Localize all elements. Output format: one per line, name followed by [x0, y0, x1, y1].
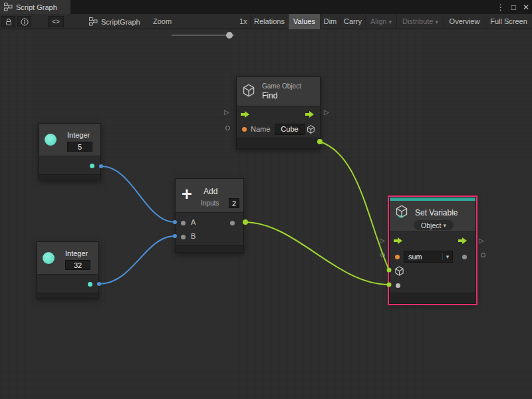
window-menu-icon[interactable]: ⋮: [497, 3, 505, 12]
node-header[interactable]: + Add Inputs 2: [176, 179, 243, 212]
graph-toolbar: <> ScriptGraph Zoom 1x Relations Values …: [0, 14, 532, 29]
node-title: Set Variable: [415, 208, 458, 217]
flow-output-icon[interactable]: [458, 237, 467, 244]
chevron-down-icon: ▾: [443, 222, 446, 229]
node-add[interactable]: + Add Inputs 2 A B: [175, 178, 244, 253]
zoom-label: Zoom: [153, 17, 172, 25]
setvar-name-ring[interactable]: [380, 253, 385, 257]
code-icon: <>: [52, 18, 60, 25]
variable-name: sum: [404, 253, 442, 261]
node-header[interactable]: Integer 5: [39, 124, 100, 156]
distribute-label: Distribute: [402, 17, 433, 25]
zoom-slider-handle[interactable]: [226, 32, 233, 39]
node-header[interactable]: Game Object Find: [237, 77, 320, 106]
setvar-flow-out-triangle[interactable]: ▷: [479, 237, 484, 245]
carry-button[interactable]: Carry: [340, 14, 365, 29]
new-value-input-port[interactable]: [396, 283, 400, 288]
integer-type-icon: [43, 252, 55, 264]
node-title: Find: [262, 91, 277, 100]
object-input-port-icon[interactable]: [394, 266, 404, 276]
node-header[interactable]: Integer 32: [37, 242, 98, 274]
window-titlebar: Script Graph ⋮ □ ✕: [0, 0, 532, 14]
variable-name-port[interactable]: [395, 255, 400, 259]
flow-output-icon[interactable]: [305, 111, 315, 118]
close-icon[interactable]: ✕: [523, 3, 529, 12]
input-b-port[interactable]: [181, 235, 186, 239]
overview-button[interactable]: Overview: [444, 14, 485, 29]
inputs-count-field[interactable]: 2: [229, 198, 239, 208]
variable-name-dropdown[interactable]: sum ▾: [404, 251, 453, 263]
node-category: Game Object: [262, 82, 301, 90]
game-object-output-icon[interactable]: [307, 125, 315, 134]
maximize-icon[interactable]: □: [511, 3, 516, 12]
find-flow-out-triangle[interactable]: ▷: [324, 108, 329, 116]
node-title: Integer: [65, 249, 88, 257]
integer-output-port[interactable]: [88, 282, 92, 287]
relations-button[interactable]: Relations: [250, 14, 288, 29]
value-output-port[interactable]: [462, 255, 467, 259]
input-a-label: A: [191, 218, 196, 226]
script-graph-icon: [89, 17, 98, 26]
align-label: Align: [370, 17, 386, 25]
name-port-label: Name: [251, 125, 270, 133]
name-value-field[interactable]: Cube: [275, 124, 305, 135]
integer-output-port[interactable]: [90, 164, 94, 168]
dim-button[interactable]: Dim: [320, 14, 340, 29]
add-icon: +: [182, 180, 192, 209]
find-name-ring[interactable]: [225, 126, 230, 130]
sum-output-port[interactable]: [230, 221, 235, 225]
find-flow-in-triangle[interactable]: ▷: [224, 108, 229, 116]
chevron-down-icon: ▾: [442, 253, 452, 260]
chevron-down-icon: ▾: [436, 19, 439, 25]
graph-breadcrumb[interactable]: ScriptGraph: [89, 14, 140, 29]
values-button[interactable]: Values: [288, 14, 320, 29]
inputs-label: Inputs: [201, 200, 219, 207]
node-integer-5[interactable]: Integer 5: [39, 123, 101, 180]
graph-name: ScriptGraph: [101, 18, 140, 26]
graph-icon: [4, 3, 13, 11]
tab-script-graph[interactable]: Script Graph: [0, 0, 70, 14]
zoom-value: 1x: [239, 17, 247, 25]
scope-label: Object: [421, 221, 441, 229]
info-icon: [21, 18, 29, 26]
integer-value-field[interactable]: 5: [67, 142, 92, 152]
lock-button[interactable]: [1, 16, 15, 27]
cube-icon: [242, 84, 255, 97]
node-set-variable[interactable]: <> Set Variable Object ▾ sum ▾: [389, 197, 476, 304]
node-title: Add: [203, 187, 217, 196]
variable-code-icon: <>: [398, 213, 403, 219]
edit-graph-button[interactable]: <>: [48, 16, 64, 27]
info-button[interactable]: [17, 16, 31, 27]
node-integer-32[interactable]: Integer 32: [37, 241, 99, 299]
node-header[interactable]: <> Set Variable Object ▾: [390, 201, 475, 231]
input-a-port[interactable]: [181, 221, 186, 225]
node-game-object-find[interactable]: Game Object Find Name Cube: [236, 76, 321, 149]
setvar-flow-in-triangle[interactable]: ▷: [380, 237, 385, 245]
chevron-down-icon: ▾: [389, 19, 392, 25]
flow-input-icon[interactable]: [241, 111, 250, 118]
input-b-label: B: [191, 232, 196, 240]
zoom-slider-track[interactable]: [172, 35, 234, 36]
full-screen-button[interactable]: Full Screen: [485, 14, 532, 29]
setvar-output-ring[interactable]: [481, 253, 485, 257]
node-title: Integer: [67, 131, 90, 139]
integer-type-icon: [45, 134, 57, 146]
align-button[interactable]: Align ▾: [365, 14, 396, 29]
integer-value-field[interactable]: 32: [65, 260, 90, 270]
scope-dropdown[interactable]: Object ▾: [414, 220, 454, 230]
name-input-port[interactable]: [242, 127, 247, 132]
distribute-button[interactable]: Distribute ▾: [396, 14, 444, 29]
lock-icon: [5, 18, 13, 26]
tab-title: Script Graph: [16, 3, 57, 11]
flow-input-icon[interactable]: [394, 237, 403, 244]
